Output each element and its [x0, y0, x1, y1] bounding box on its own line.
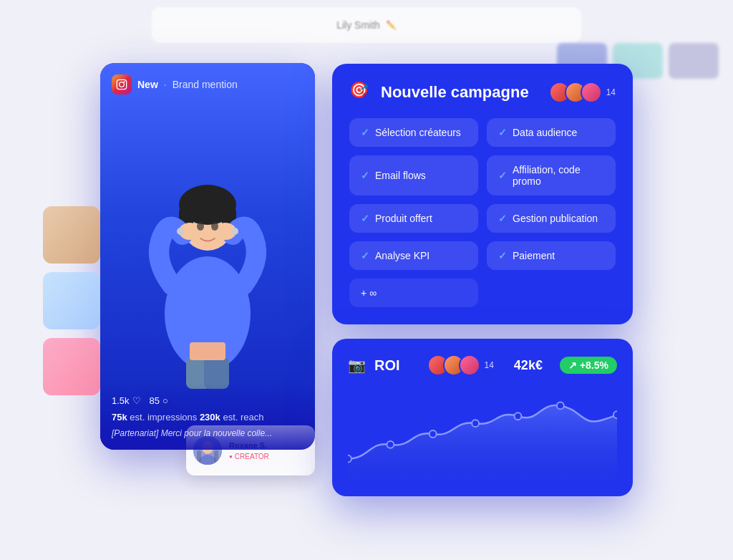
feature-label-1: Sélection créateurs	[375, 127, 461, 138]
side-card-1	[43, 206, 100, 264]
feature-gestion-publication: ✓ Gestion publication	[487, 204, 616, 233]
data-point-6	[557, 402, 564, 409]
roi-chart	[348, 387, 617, 481]
feature-label-2: Data audience	[513, 127, 577, 138]
feature-produit-offert: ✓ Produit offert	[349, 204, 478, 233]
feature-label-5: Produit offert	[375, 213, 432, 224]
reach-label: est. reach	[223, 412, 263, 423]
check-icon-5: ✓	[361, 213, 369, 224]
brand-mention-label: Brand mention	[173, 79, 238, 90]
bg-top-bar: Lily Smith ✏️	[152, 7, 581, 43]
svg-point-14	[211, 222, 218, 231]
campaign-icon: 🎯	[349, 81, 372, 104]
roi-value: 42k€	[514, 358, 543, 373]
likes-value: 1.5k	[112, 395, 130, 406]
svg-point-15	[177, 228, 184, 235]
svg-rect-0	[117, 79, 126, 89]
arrow-up-icon: ↗	[568, 359, 577, 371]
post-stats: 1.5k ♡ 85 ○	[112, 395, 304, 406]
check-icon-8: ✓	[498, 250, 507, 261]
campaign-avatars: 14	[549, 82, 616, 103]
feature-selection-createurs: ✓ Sélection créateurs	[349, 118, 478, 147]
feature-label-6: Gestion publication	[513, 213, 598, 224]
roi-icon: 📷	[348, 357, 366, 374]
new-label: New	[137, 79, 158, 90]
data-point-5	[515, 412, 522, 420]
roi-chart-svg	[348, 387, 617, 481]
left-column: New · Brand mention	[100, 63, 315, 497]
check-icon-6: ✓	[498, 213, 507, 224]
post-caption: [Partenariat] Merci pour la nouvelle col…	[112, 428, 304, 438]
check-icon-4: ✓	[498, 170, 507, 181]
svg-rect-12	[190, 342, 225, 360]
feature-analyse-kpi: ✓ Analyse KPI	[349, 241, 478, 270]
post-header: New · Brand mention	[100, 63, 315, 106]
svg-rect-20	[197, 450, 201, 462]
svg-point-16	[231, 228, 238, 235]
roi-avatar-3	[459, 354, 480, 376]
data-point-4	[472, 420, 479, 427]
campaign-features-grid: ✓ Sélection créateurs ✓ Data audience ✓ …	[349, 118, 616, 307]
post-footer: 1.5k ♡ 85 ○ 75k est. impressions 230k es…	[100, 384, 315, 450]
side-card-2	[43, 272, 100, 329]
svg-point-2	[124, 81, 125, 82]
roi-card: 📷 ROI 14 42k€ ↗ +8.5%	[332, 339, 633, 496]
impressions-label: est. impressions	[130, 412, 200, 423]
check-icon-7: ✓	[361, 250, 369, 261]
separator: ·	[164, 79, 167, 90]
feature-label-3: Email flows	[375, 170, 426, 181]
check-icon-2: ✓	[498, 127, 507, 138]
roi-avatar-count: 14	[485, 360, 494, 370]
roi-badge: ↗ +8.5%	[560, 357, 617, 374]
impressions-value: 75k	[112, 412, 127, 423]
main-scene: Lily Smith ✏️ New	[0, 0, 733, 560]
data-point-7	[613, 411, 617, 418]
creator-badge: ● CREATOR	[229, 453, 269, 460]
svg-point-1	[120, 82, 125, 87]
campaign-title: Nouvelle campagne	[381, 83, 540, 102]
feature-data-audience: ✓ Data audience	[487, 118, 616, 147]
campaign-card: 🎯 Nouvelle campagne 14 ✓ Sélection créat…	[332, 64, 633, 324]
data-point-2	[387, 441, 394, 448]
avatar-3	[581, 82, 602, 103]
comments-stat: 85 ○	[150, 395, 168, 406]
feature-infinity: + ∞	[349, 279, 478, 307]
side-cards	[43, 206, 100, 395]
check-icon-1: ✓	[361, 127, 369, 138]
data-point-3	[429, 430, 437, 438]
feature-label-7: Analyse KPI	[375, 250, 429, 261]
check-icon-3: ✓	[361, 170, 369, 181]
feature-paiement: ✓ Paiement	[487, 241, 616, 270]
bg-card-3	[669, 43, 719, 79]
roi-title: ROI	[374, 357, 419, 374]
right-column: 🎯 Nouvelle campagne 14 ✓ Sélection créat…	[332, 64, 633, 496]
post-card: New · Brand mention	[100, 63, 315, 450]
roi-avatars: 14	[427, 354, 494, 376]
roi-header: 📷 ROI 14 42k€ ↗ +8.5%	[348, 354, 617, 376]
data-point-1	[348, 455, 351, 463]
comments-value: 85	[150, 395, 160, 406]
reach-value: 230k	[200, 412, 220, 423]
instagram-icon	[112, 74, 132, 95]
feature-label-9: + ∞	[361, 287, 377, 299]
feature-email-flows: ✓ Email flows	[349, 155, 478, 195]
feature-label-4: Affiliation, code promo	[513, 164, 604, 187]
campaign-header: 🎯 Nouvelle campagne 14	[349, 81, 616, 104]
svg-rect-21	[214, 450, 218, 462]
side-card-3	[43, 338, 100, 395]
heart-icon: ♡	[132, 395, 141, 406]
feature-label-8: Paiement	[513, 250, 555, 261]
comment-icon: ○	[162, 395, 168, 406]
feature-affiliation: ✓ Affiliation, code promo	[487, 155, 616, 195]
avatar-count: 14	[606, 87, 616, 97]
roi-percent: +8.5%	[580, 359, 608, 371]
bg-user-name: Lily Smith	[336, 19, 380, 31]
impressions-row: 75k est. impressions 230k est. reach	[112, 412, 304, 423]
person-illustration	[129, 120, 286, 392]
likes-stat: 1.5k ♡	[112, 395, 141, 406]
svg-point-13	[197, 222, 204, 231]
